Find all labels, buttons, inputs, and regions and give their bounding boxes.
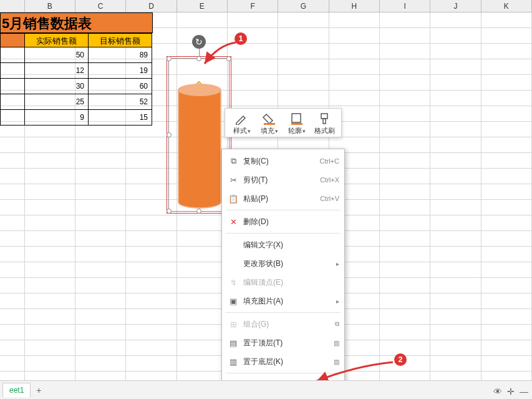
submenu-arrow-icon: ▸	[332, 298, 339, 305]
svg-rect-2	[291, 123, 302, 125]
col-header-I[interactable]: I	[380, 0, 430, 12]
front-side-icon: ▧	[330, 340, 339, 347]
cell-target[interactable]: 52	[89, 94, 152, 110]
col-header-J[interactable]: J	[430, 0, 481, 12]
col-header-F[interactable]: F	[228, 0, 278, 12]
row-label[interactable]	[0, 110, 25, 126]
resize-handle[interactable]	[226, 56, 231, 61]
crosshair-icon[interactable]: ✛	[507, 387, 515, 397]
cylinder-body	[178, 90, 221, 202]
resize-handle[interactable]	[167, 132, 172, 137]
ctx-copy-accel: Ctrl+C	[320, 157, 339, 165]
sheet-tab-bar: eet1 + 👁 ✛ —	[0, 380, 532, 399]
ctx-edit-text[interactable]: 编辑文字(X)	[222, 235, 344, 254]
cell-actual[interactable]: 12	[25, 63, 89, 79]
ctx-cut-label: 剪切(T)	[239, 175, 320, 185]
menu-separator	[226, 233, 341, 234]
svg-rect-0	[264, 123, 275, 125]
outline-button[interactable]: 轮廓	[284, 112, 310, 135]
context-menu: ⧉ 复制(C) Ctrl+C ✂ 剪切(T) Ctrl+X 📋 粘贴(P) Ct…	[221, 149, 345, 399]
ctx-edit-points: ↯ 编辑顶点(E)	[222, 273, 344, 292]
resize-handle[interactable]	[196, 209, 201, 214]
ctx-edittext-label: 编辑文字(X)	[239, 240, 339, 250]
cell-target[interactable]: 89	[89, 47, 152, 63]
ctx-delete[interactable]: ✕ 删除(D)	[222, 212, 344, 231]
ctx-group: ⊞ 组合(G) ⧉	[222, 315, 344, 333]
ctx-chgshape-label: 更改形状(B)	[239, 259, 332, 269]
table-row: 12 19	[0, 63, 152, 79]
row-label[interactable]	[0, 47, 25, 63]
cell-target[interactable]: 60	[89, 79, 152, 94]
fill-label: 填充	[261, 127, 278, 134]
dash-icon[interactable]: —	[520, 387, 528, 397]
svg-rect-4	[323, 119, 326, 124]
col-header-G[interactable]: G	[278, 0, 329, 12]
cell-target[interactable]: 19	[89, 63, 152, 79]
mini-format-toolbar: 样式 填充 轮廓 格式刷	[225, 108, 342, 137]
ctx-paste[interactable]: 📋 粘贴(P) Ctrl+V	[222, 189, 344, 208]
bringfront-icon: ▤	[227, 338, 239, 348]
table-row: 50 89	[0, 47, 152, 63]
row-label[interactable]	[0, 79, 25, 94]
cell-actual[interactable]: 25	[25, 94, 89, 110]
selected-shape-cylinder[interactable]: ↻	[168, 58, 230, 212]
fill-button[interactable]: 填充	[256, 112, 283, 135]
col-header-E[interactable]: E	[177, 0, 228, 12]
pencil-icon	[235, 112, 249, 125]
eye-icon[interactable]: 👁	[493, 387, 502, 397]
ctx-paste-accel: Ctrl+V	[320, 195, 339, 202]
cell-actual[interactable]: 9	[25, 110, 89, 126]
back-side-icon: ▨	[330, 358, 339, 365]
col-header-D[interactable]: D	[126, 0, 177, 12]
col-header-B[interactable]: B	[25, 0, 75, 12]
col-header-K[interactable]: K	[481, 0, 532, 12]
brush-icon	[317, 112, 332, 125]
ctx-send-back[interactable]: ▥ 置于底层(K) ▨	[222, 352, 344, 371]
col-header-H[interactable]: H	[329, 0, 380, 12]
table-header-row: 实际销售额 目标销售额	[0, 33, 152, 47]
menu-separator	[226, 210, 341, 210]
col-header-C[interactable]: C	[75, 0, 126, 12]
ctx-bring-front[interactable]: ▤ 置于顶层(T) ▧	[222, 333, 344, 352]
ctx-editpts-label: 编辑顶点(E)	[239, 277, 339, 288]
delete-icon: ✕	[227, 217, 239, 227]
group-icon: ⊞	[227, 320, 239, 329]
sheet-tab[interactable]: eet1	[2, 383, 31, 397]
sendback-icon: ▥	[227, 357, 239, 367]
paste-icon: 📋	[227, 194, 239, 204]
callout-badge-1: 1	[235, 32, 247, 45]
style-button[interactable]: 样式	[229, 112, 255, 135]
column-header-row: B C D E F G H I J K	[0, 0, 532, 12]
table-row: 30 60	[0, 79, 152, 94]
ctx-cut[interactable]: ✂ 剪切(T) Ctrl+X	[222, 170, 344, 189]
title-cell[interactable]: 5月销售数据表	[0, 12, 153, 33]
table-header-blank[interactable]	[0, 33, 25, 47]
cylinder-shape[interactable]	[178, 84, 221, 209]
bucket-icon	[262, 112, 277, 125]
svg-rect-1	[292, 114, 301, 122]
ctx-fill-picture[interactable]: ▣ 填充图片(A) ▸	[222, 292, 344, 310]
ctx-change-shape[interactable]: 更改形状(B) ▸	[222, 254, 344, 273]
row-label[interactable]	[0, 94, 25, 110]
cell-actual[interactable]: 50	[25, 47, 89, 63]
ctx-fillpic-label: 填充图片(A)	[239, 296, 332, 307]
spreadsheet-grid[interactable]: 5月销售数据表 实际销售额 目标销售额 50 89 12 19 30 60 25…	[0, 12, 532, 380]
add-sheet-button[interactable]: +	[32, 383, 46, 397]
table-header-target[interactable]: 目标销售额	[89, 33, 152, 47]
format-painter-button[interactable]: 格式刷	[311, 112, 337, 135]
rotate-handle-icon[interactable]: ↻	[192, 35, 206, 49]
cell-actual[interactable]: 30	[25, 79, 89, 94]
cell-target[interactable]: 15	[89, 110, 152, 126]
resize-handle[interactable]	[196, 56, 201, 61]
ctx-copy-label: 复制(C)	[239, 156, 320, 167]
cylinder-bottom	[178, 196, 221, 209]
ctx-copy[interactable]: ⧉ 复制(C) Ctrl+C	[222, 152, 344, 170]
menu-separator	[226, 312, 341, 313]
table-header-actual[interactable]: 实际销售额	[25, 33, 89, 47]
resize-handle[interactable]	[167, 209, 172, 214]
outline-label: 轮廓	[288, 127, 306, 134]
ctx-group-label: 组合(G)	[239, 319, 331, 330]
row-label[interactable]	[0, 63, 25, 79]
resize-handle[interactable]	[167, 56, 172, 61]
row-header-stub	[0, 0, 25, 12]
